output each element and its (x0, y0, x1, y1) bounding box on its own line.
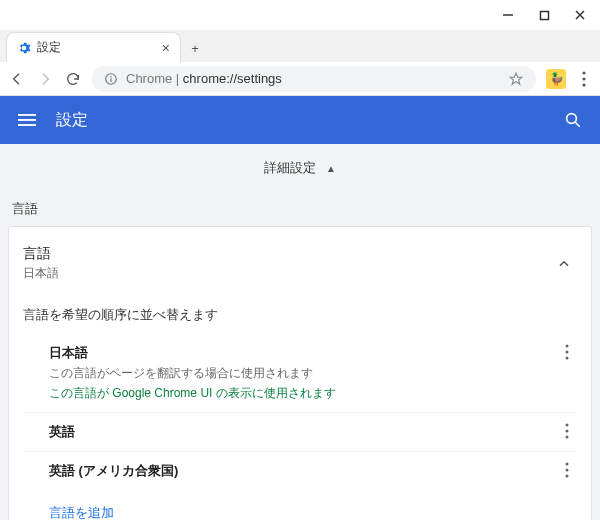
window-title-bar (0, 0, 600, 30)
languages-panel-title: 言語 (23, 245, 551, 263)
bookmark-star-icon[interactable] (508, 72, 524, 86)
forward-button[interactable] (36, 70, 54, 88)
languages-reorder-hint: 言語を希望の順序に並べ替えます (23, 306, 577, 324)
language-item-menu-button[interactable] (557, 423, 577, 439)
languages-panel-subtitle: 日本語 (23, 265, 551, 282)
url-path: chrome://settings (183, 71, 282, 86)
add-language-link[interactable]: 言語を追加 (49, 504, 114, 520)
languages-expand-row[interactable]: 言語 日本語 (23, 237, 577, 292)
back-button[interactable] (8, 70, 26, 88)
extension-icon[interactable]: 🦆 (546, 69, 566, 89)
language-name: 英語 (49, 423, 557, 441)
tab-strip: 設定 × + (0, 30, 600, 62)
language-item-menu-button[interactable] (557, 462, 577, 478)
svg-point-5 (110, 75, 112, 77)
svg-point-18 (566, 357, 569, 360)
settings-header: 設定 (0, 96, 600, 144)
svg-line-15 (575, 122, 580, 127)
new-tab-button[interactable]: + (181, 34, 209, 62)
svg-rect-1 (540, 11, 548, 19)
language-item-menu-button[interactable] (557, 344, 577, 360)
language-item: 英語 (23, 413, 577, 452)
url-origin: Chrome (126, 71, 172, 86)
language-item: 英語 (アメリカ合衆国) (23, 452, 577, 490)
window-minimize-button[interactable] (490, 1, 526, 29)
svg-point-23 (566, 469, 569, 472)
browser-menu-button[interactable] (576, 71, 592, 87)
svg-point-9 (582, 77, 585, 80)
reload-button[interactable] (64, 70, 82, 88)
svg-point-19 (566, 424, 569, 427)
language-name: 日本語 (49, 344, 557, 362)
tab-close-button[interactable]: × (162, 40, 170, 56)
site-info-icon[interactable] (104, 72, 118, 86)
window-maximize-button[interactable] (526, 1, 562, 29)
svg-point-10 (582, 83, 585, 86)
menu-icon[interactable] (16, 109, 38, 131)
address-bar[interactable]: Chrome | chrome://settings (92, 66, 536, 92)
svg-point-21 (566, 436, 569, 439)
svg-point-22 (566, 463, 569, 466)
svg-point-20 (566, 430, 569, 433)
settings-title: 設定 (56, 110, 88, 131)
languages-panel: 言語 日本語 言語を希望の順序に並べ替えます 日本語 この言語がページを翻訳する… (8, 226, 592, 520)
svg-rect-11 (18, 114, 36, 116)
svg-rect-12 (18, 119, 36, 121)
chevron-up-icon[interactable] (551, 251, 577, 277)
advanced-label: 詳細設定 (264, 159, 316, 177)
language-desc: この言語がページを翻訳する場合に使用されます (49, 365, 557, 382)
svg-point-8 (582, 71, 585, 74)
omnibox-text: Chrome | chrome://settings (126, 71, 282, 86)
svg-marker-7 (510, 73, 522, 84)
svg-point-17 (566, 351, 569, 354)
settings-content: 詳細設定 ▲ 言語 言語 日本語 言語を希望の順序に並べ替えます 日本語 この言… (0, 144, 600, 520)
toolbar: Chrome | chrome://settings 🦆 (0, 62, 600, 96)
tab-title: 設定 (37, 39, 156, 56)
window-close-button[interactable] (562, 1, 598, 29)
advanced-toggle[interactable]: 詳細設定 ▲ (8, 144, 592, 192)
browser-tab[interactable]: 設定 × (6, 32, 181, 62)
svg-point-14 (567, 114, 577, 124)
svg-rect-13 (18, 124, 36, 126)
languages-section-title: 言語 (12, 200, 588, 218)
languages-list: 日本語 この言語がページを翻訳する場合に使用されます この言語が Google … (23, 334, 577, 490)
svg-rect-6 (110, 78, 111, 82)
svg-point-24 (566, 475, 569, 478)
svg-point-16 (566, 345, 569, 348)
search-icon[interactable] (562, 109, 584, 131)
gear-icon (17, 41, 31, 55)
language-name: 英語 (アメリカ合衆国) (49, 462, 557, 480)
language-ui-note: この言語が Google Chrome UI の表示に使用されます (49, 385, 557, 402)
chevron-up-icon: ▲ (326, 163, 336, 174)
language-item: 日本語 この言語がページを翻訳する場合に使用されます この言語が Google … (23, 334, 577, 413)
